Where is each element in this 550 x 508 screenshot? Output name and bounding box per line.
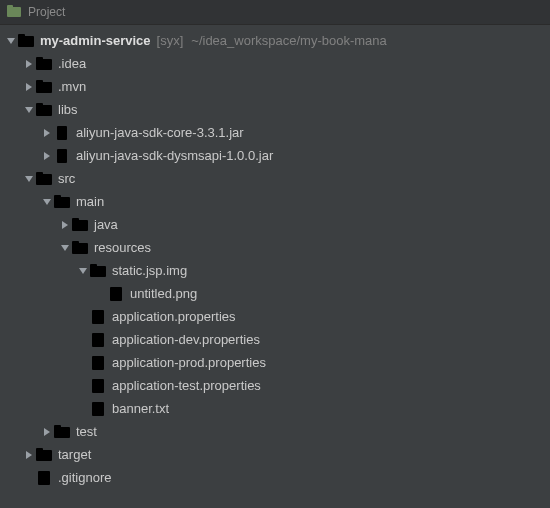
collapse-arrow-icon[interactable] — [22, 448, 36, 462]
collapse-arrow-icon[interactable] — [58, 218, 72, 232]
tree-node-mvn[interactable]: .mvn — [0, 75, 550, 98]
expand-arrow-icon[interactable] — [4, 34, 18, 48]
node-label: static.jsp.img — [112, 263, 187, 278]
tree-node-static[interactable]: static.jsp.img — [0, 259, 550, 282]
node-label: test — [76, 424, 97, 439]
expand-arrow-icon[interactable] — [76, 264, 90, 278]
package-folder-icon — [90, 263, 106, 279]
tree-node-src[interactable]: src — [0, 167, 550, 190]
tree-node-test[interactable]: test — [0, 420, 550, 443]
expand-arrow-icon[interactable] — [22, 103, 36, 117]
tree-root[interactable]: my-admin-service [syx] ~/idea_workspace/… — [0, 29, 550, 52]
resources-folder-icon — [72, 240, 88, 256]
tree-node-libs[interactable]: libs — [0, 98, 550, 121]
node-label: untitled.png — [130, 286, 197, 301]
tree-node-jar[interactable]: aliyun-java-sdk-dysmsapi-1.0.0.jar — [0, 144, 550, 167]
collapse-arrow-icon[interactable] — [22, 80, 36, 94]
tree-node-resources[interactable]: resources — [0, 236, 550, 259]
root-path: ~/idea_workspace/my-book-mana — [191, 33, 386, 48]
source-folder-icon — [72, 217, 88, 233]
vcs-branch: [syx] — [157, 33, 184, 48]
excluded-folder-icon — [36, 447, 52, 463]
properties-file-icon — [90, 309, 106, 325]
expand-arrow-icon[interactable] — [58, 241, 72, 255]
jar-icon — [54, 148, 70, 164]
tree-node-main[interactable]: main — [0, 190, 550, 213]
collapse-arrow-icon[interactable] — [40, 425, 54, 439]
node-label: aliyun-java-sdk-core-3.3.1.jar — [76, 125, 244, 140]
root-name: my-admin-service — [40, 33, 151, 48]
folder-icon — [36, 102, 52, 118]
node-label: application-prod.properties — [112, 355, 266, 370]
expand-arrow-icon[interactable] — [40, 195, 54, 209]
svg-rect-21 — [7, 5, 13, 9]
node-label: application-dev.properties — [112, 332, 260, 347]
project-tree[interactable]: my-admin-service [syx] ~/idea_workspace/… — [0, 25, 550, 489]
tree-node-idea[interactable]: .idea — [0, 52, 550, 75]
tree-node-target[interactable]: target — [0, 443, 550, 466]
collapse-arrow-icon[interactable] — [40, 149, 54, 163]
node-label: banner.txt — [112, 401, 169, 416]
tree-node-file[interactable]: application-dev.properties — [0, 328, 550, 351]
folder-icon — [54, 424, 70, 440]
node-label: main — [76, 194, 104, 209]
collapse-arrow-icon[interactable] — [40, 126, 54, 140]
tree-node-java[interactable]: java — [0, 213, 550, 236]
folder-icon — [36, 79, 52, 95]
collapse-arrow-icon[interactable] — [22, 57, 36, 71]
folder-icon — [54, 194, 70, 210]
text-file-icon — [36, 470, 52, 486]
node-label: .gitignore — [58, 470, 111, 485]
tree-node-file[interactable]: banner.txt — [0, 397, 550, 420]
node-label: target — [58, 447, 91, 462]
project-tool-icon[interactable] — [6, 4, 22, 20]
project-toolbar: Project — [0, 0, 550, 25]
tree-node-jar[interactable]: aliyun-java-sdk-core-3.3.1.jar — [0, 121, 550, 144]
node-label: java — [94, 217, 118, 232]
node-label: resources — [94, 240, 151, 255]
tree-node-file[interactable]: .gitignore — [0, 466, 550, 489]
properties-file-icon — [90, 355, 106, 371]
node-label: src — [58, 171, 75, 186]
module-folder-icon — [18, 33, 34, 49]
text-file-icon — [90, 401, 106, 417]
properties-file-icon — [90, 332, 106, 348]
folder-icon — [36, 171, 52, 187]
tree-node-file[interactable]: application-test.properties — [0, 374, 550, 397]
node-label: aliyun-java-sdk-dysmsapi-1.0.0.jar — [76, 148, 273, 163]
expand-arrow-icon[interactable] — [22, 172, 36, 186]
node-label: application-test.properties — [112, 378, 261, 393]
image-file-icon — [108, 286, 124, 302]
node-label: .idea — [58, 56, 86, 71]
jar-icon — [54, 125, 70, 141]
properties-file-icon — [90, 378, 106, 394]
node-label: application.properties — [112, 309, 236, 324]
project-toolbar-title: Project — [28, 5, 65, 19]
tree-node-file[interactable]: application-prod.properties — [0, 351, 550, 374]
node-label: libs — [58, 102, 78, 117]
node-label: .mvn — [58, 79, 86, 94]
tree-node-file[interactable]: application.properties — [0, 305, 550, 328]
tree-node-file[interactable]: untitled.png — [0, 282, 550, 305]
folder-icon — [36, 56, 52, 72]
